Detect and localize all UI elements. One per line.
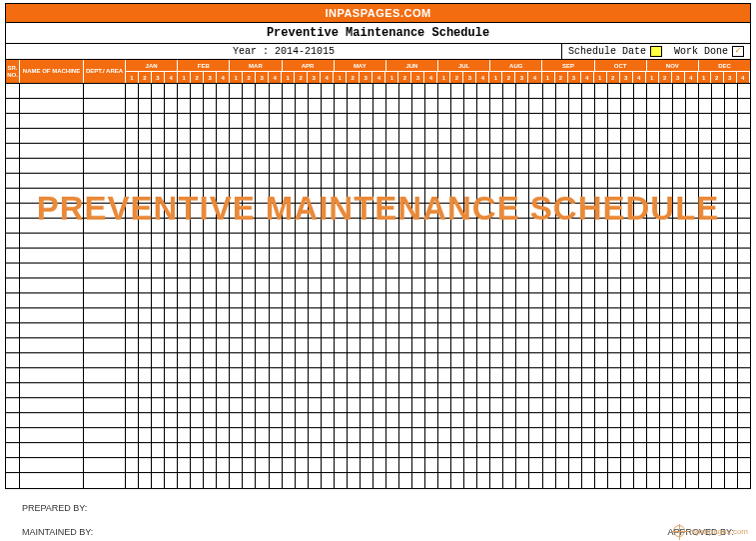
cell-week[interactable] [386, 323, 399, 337]
cell-week[interactable] [738, 473, 750, 488]
cell-week[interactable] [399, 413, 412, 427]
cell-week[interactable] [230, 353, 243, 367]
cell-week[interactable] [348, 249, 361, 263]
cell-week[interactable] [386, 264, 399, 277]
cell-week[interactable] [608, 308, 621, 322]
cell-week[interactable] [191, 413, 204, 427]
cell-week[interactable] [270, 383, 283, 397]
cell-week[interactable] [270, 99, 283, 113]
cell-week[interactable] [543, 129, 556, 143]
cell-week[interactable] [438, 264, 451, 277]
cell-week[interactable] [309, 413, 322, 427]
cell-week[interactable] [686, 338, 699, 352]
cell-week[interactable] [543, 114, 556, 128]
cell-week[interactable] [582, 174, 595, 188]
cell-week[interactable] [309, 353, 322, 367]
cell-week[interactable] [477, 99, 490, 113]
cell-week[interactable] [152, 293, 165, 307]
cell-week[interactable] [283, 473, 296, 488]
cell-week[interactable] [621, 398, 634, 412]
cell-week[interactable] [217, 428, 230, 442]
cell-week[interactable] [139, 353, 152, 367]
cell-week[interactable] [686, 323, 699, 337]
cell-week[interactable] [529, 308, 542, 322]
cell-week[interactable] [438, 443, 451, 457]
cell-week[interactable] [516, 278, 529, 292]
cell-week[interactable] [529, 234, 542, 248]
cell-week[interactable] [374, 129, 386, 143]
cell-name[interactable] [20, 114, 84, 128]
cell-week[interactable] [569, 234, 582, 248]
cell-week[interactable] [595, 114, 608, 128]
cell-week[interactable] [712, 84, 725, 98]
cell-sr[interactable] [6, 204, 20, 218]
cell-week[interactable] [309, 458, 322, 472]
cell-week[interactable] [270, 293, 283, 307]
cell-week[interactable] [569, 189, 582, 203]
cell-week[interactable] [490, 368, 503, 382]
cell-week[interactable] [335, 114, 348, 128]
cell-week[interactable] [451, 278, 464, 292]
cell-week[interactable] [191, 129, 204, 143]
cell-week[interactable] [230, 174, 243, 188]
cell-week[interactable] [309, 99, 322, 113]
cell-week[interactable] [503, 174, 516, 188]
cell-week[interactable] [412, 204, 425, 218]
cell-week[interactable] [686, 144, 699, 158]
cell-week[interactable] [425, 413, 438, 427]
cell-week[interactable] [204, 293, 217, 307]
cell-week[interactable] [283, 264, 296, 277]
cell-week[interactable] [322, 443, 335, 457]
cell-week[interactable] [556, 174, 569, 188]
cell-week[interactable] [516, 204, 529, 218]
cell-week[interactable] [699, 473, 712, 488]
cell-week[interactable] [490, 323, 503, 337]
cell-week[interactable] [296, 473, 309, 488]
cell-week[interactable] [451, 249, 464, 263]
cell-week[interactable] [178, 428, 191, 442]
cell-week[interactable] [139, 84, 152, 98]
cell-week[interactable] [464, 398, 477, 412]
cell-week[interactable] [178, 398, 191, 412]
cell-week[interactable] [673, 323, 686, 337]
cell-week[interactable] [503, 473, 516, 488]
cell-dept[interactable] [84, 458, 126, 472]
cell-week[interactable] [464, 249, 477, 263]
cell-week[interactable] [126, 84, 139, 98]
cell-week[interactable] [230, 413, 243, 427]
cell-week[interactable] [608, 249, 621, 263]
cell-week[interactable] [595, 323, 608, 337]
cell-week[interactable] [490, 398, 503, 412]
cell-week[interactable] [738, 174, 750, 188]
cell-week[interactable] [516, 398, 529, 412]
cell-week[interactable] [309, 234, 322, 248]
cell-week[interactable] [621, 428, 634, 442]
cell-week[interactable] [686, 473, 699, 488]
cell-week[interactable] [543, 278, 556, 292]
cell-week[interactable] [516, 368, 529, 382]
cell-week[interactable] [582, 278, 595, 292]
cell-week[interactable] [725, 368, 738, 382]
cell-week[interactable] [686, 293, 699, 307]
cell-week[interactable] [256, 129, 269, 143]
cell-week[interactable] [608, 234, 621, 248]
cell-week[interactable] [595, 219, 608, 233]
cell-week[interactable] [516, 443, 529, 457]
cell-week[interactable] [243, 159, 256, 173]
cell-week[interactable] [673, 129, 686, 143]
cell-week[interactable] [230, 159, 243, 173]
cell-week[interactable] [582, 84, 595, 98]
cell-week[interactable] [569, 368, 582, 382]
cell-week[interactable] [490, 159, 503, 173]
cell-week[interactable] [595, 278, 608, 292]
cell-sr[interactable] [6, 428, 20, 442]
cell-week[interactable] [230, 338, 243, 352]
cell-week[interactable] [348, 219, 361, 233]
cell-week[interactable] [569, 383, 582, 397]
cell-week[interactable] [516, 323, 529, 337]
cell-week[interactable] [374, 368, 386, 382]
cell-week[interactable] [595, 264, 608, 277]
cell-week[interactable] [386, 293, 399, 307]
cell-week[interactable] [178, 114, 191, 128]
cell-week[interactable] [725, 353, 738, 367]
